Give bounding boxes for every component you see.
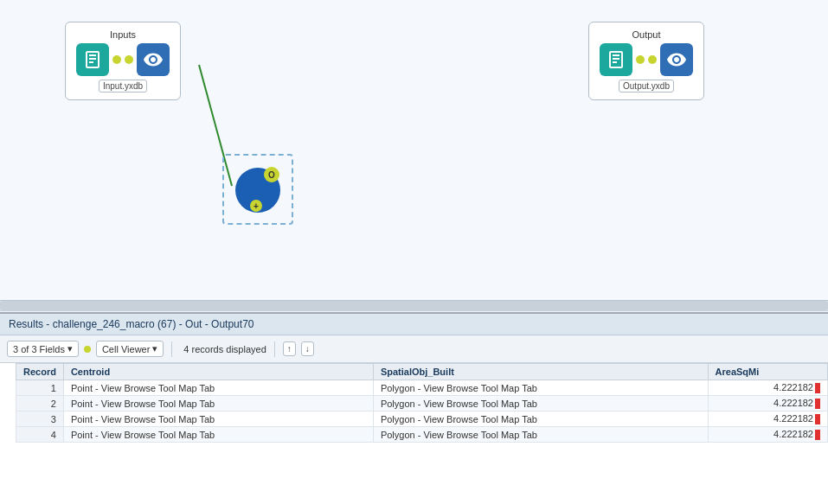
cell-centroid: Point - View Browse Tool Map Tab xyxy=(63,427,373,443)
results-header: Results - challenge_246_macro (67) - Out… xyxy=(0,314,828,335)
canvas-scrollbar[interactable] xyxy=(0,300,828,310)
cell-spatial: Polygon - View Browse Tool Map Tab xyxy=(373,380,708,396)
inputs-node-icons xyxy=(76,43,170,76)
sort-down-button[interactable]: ↓ xyxy=(301,341,314,356)
cell-centroid: Point - View Browse Tool Map Tab xyxy=(63,380,373,396)
cell-viewer-chevron: ▾ xyxy=(152,343,157,354)
table-row[interactable]: 1Point - View Browse Tool Map TabPolygon… xyxy=(16,380,828,396)
data-table-container[interactable]: Record Centroid SpatialObj_Built AreaSqM… xyxy=(16,363,828,504)
svg-text:O: O xyxy=(268,170,275,180)
cell-area: 4.222182 xyxy=(708,380,827,396)
cell-area: 4.222182 xyxy=(708,411,827,427)
workflow-canvas: Inputs Input.yxdb Output xyxy=(0,0,828,311)
toolbar-dot xyxy=(84,346,91,353)
inputs-node-label: Input.yxdb xyxy=(99,80,147,93)
sort-up-button[interactable]: ↑ xyxy=(283,341,296,356)
input-connector xyxy=(112,55,121,64)
red-flag-icon xyxy=(815,383,820,393)
input-connector2 xyxy=(125,55,133,64)
output-node[interactable]: Output Output.yxdb xyxy=(588,22,704,100)
col-header-record[interactable]: Record xyxy=(16,364,64,380)
cell-record-num: 1 xyxy=(16,380,64,396)
results-toolbar: 3 of 3 Fields ▾ Cell Viewer ▾ 4 records … xyxy=(0,335,828,363)
cell-record-num: 3 xyxy=(16,411,64,427)
output-node-title: Output xyxy=(600,29,693,40)
red-flag-icon xyxy=(815,399,820,409)
output-connector xyxy=(636,55,645,64)
col-header-spatial[interactable]: SpatialObj_Built xyxy=(373,364,708,380)
fields-dropdown-chevron: ▾ xyxy=(67,343,73,354)
cell-spatial: Polygon - View Browse Tool Map Tab xyxy=(373,396,708,411)
toolbar-separator2 xyxy=(274,341,275,357)
table-row[interactable]: 4Point - View Browse Tool Map TabPolygon… xyxy=(16,427,828,443)
circle-node[interactable]: O + xyxy=(234,166,282,214)
output-connector2 xyxy=(648,55,657,64)
cell-area: 4.222182 xyxy=(708,396,827,411)
output-book-icon xyxy=(600,43,632,76)
table-row[interactable]: 3Point - View Browse Tool Map TabPolygon… xyxy=(16,411,828,427)
data-table: Record Centroid SpatialObj_Built AreaSqM… xyxy=(16,363,828,443)
table-row[interactable]: 2Point - View Browse Tool Map TabPolygon… xyxy=(16,396,828,411)
cell-viewer-button[interactable]: Cell Viewer ▾ xyxy=(96,341,164,357)
input-browse-icon xyxy=(137,43,170,76)
cell-spatial: Polygon - View Browse Tool Map Tab xyxy=(373,411,708,427)
input-book-icon xyxy=(76,43,109,76)
cell-spatial: Polygon - View Browse Tool Map Tab xyxy=(373,427,708,443)
cell-viewer-label: Cell Viewer xyxy=(102,344,150,354)
cell-centroid: Point - View Browse Tool Map Tab xyxy=(63,411,373,427)
fields-selector-label: 3 of 3 Fields xyxy=(13,344,65,354)
cell-record-num: 2 xyxy=(16,396,64,411)
red-flag-icon xyxy=(815,414,820,424)
toolbar-separator xyxy=(171,341,172,357)
output-node-label: Output.yxdb xyxy=(619,80,674,93)
output-node-icons xyxy=(600,43,693,76)
fields-selector-button[interactable]: 3 of 3 Fields ▾ xyxy=(7,341,79,357)
inputs-node[interactable]: Inputs Input.yxdb xyxy=(65,22,181,100)
records-count: 4 records displayed xyxy=(183,344,266,354)
cell-record-num: 4 xyxy=(16,427,64,443)
output-browse-icon xyxy=(660,43,693,76)
red-flag-icon xyxy=(815,430,820,440)
cell-centroid: Point - View Browse Tool Map Tab xyxy=(63,396,373,411)
cell-area: 4.222182 xyxy=(708,427,827,443)
col-header-centroid[interactable]: Centroid xyxy=(63,364,373,380)
svg-text:+: + xyxy=(254,201,259,211)
results-panel: Results - challenge_246_macro (67) - Out… xyxy=(0,312,828,504)
inputs-node-title: Inputs xyxy=(76,29,170,40)
col-header-area[interactable]: AreaSqMi xyxy=(708,364,827,380)
